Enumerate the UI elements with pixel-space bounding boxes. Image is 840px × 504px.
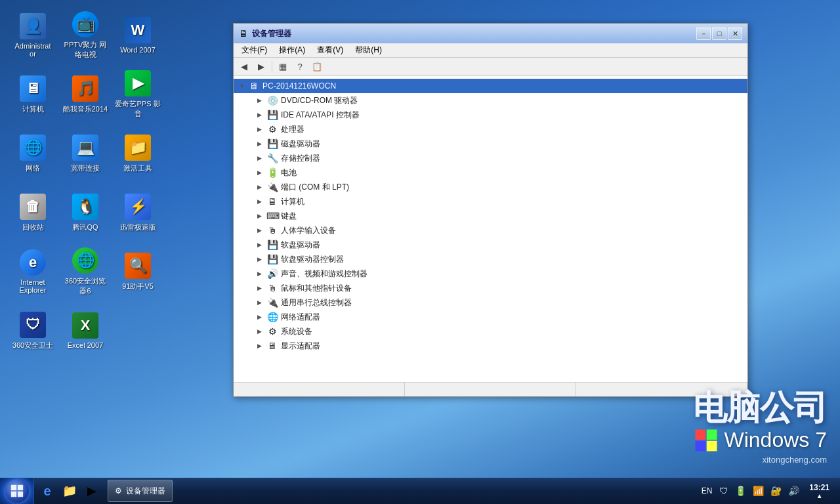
tree-item[interactable]: ▶ 💾 软盘驱动器控制器 <box>234 252 747 266</box>
window-content[interactable]: ▼ 🖥 PC-20141216WOCN ▶ 💿 DVD/CD-ROM 驱动器 ▶… <box>234 76 747 382</box>
toolbar-separator-1 <box>272 61 272 73</box>
qq-label: 腾讯QQ <box>72 222 98 232</box>
item-device-icon: ⚙ <box>266 124 278 135</box>
desktop-icon-pps[interactable]: ▶ 爱奇艺PPS 影音 <box>112 66 164 123</box>
item-label: 鼠标和其他指针设备 <box>281 283 352 294</box>
item-expand-arrow: ▶ <box>257 198 264 205</box>
svg-rect-0 <box>695 429 705 440</box>
desktop-icon-broadband[interactable]: 💻 宽带连接 <box>59 125 112 182</box>
tree-item[interactable]: ▶ 🖱 鼠标和其他指针设备 <box>234 281 747 295</box>
clock[interactable]: 13:21 ▲ <box>804 483 835 499</box>
item-device-icon: 💾 <box>266 254 278 264</box>
start-windows-icon <box>10 484 24 497</box>
tree-item[interactable]: ▶ 🔌 端口 (COM 和 LPT) <box>234 180 747 194</box>
svg-rect-6 <box>10 492 16 497</box>
desktop-icon-360browser[interactable]: 🌐 360安全浏览器6 <box>59 243 112 301</box>
svg-rect-4 <box>10 485 16 490</box>
item-device-icon: 💿 <box>266 95 278 106</box>
tree-item[interactable]: ▶ 💾 软盘驱动器 <box>234 238 747 252</box>
properties-button[interactable]: 📋 <box>309 60 325 74</box>
tree-item[interactable]: ▶ ⚙ 处理器 <box>234 122 747 136</box>
desktop-icon-91[interactable]: 🔍 91助手V5 <box>112 243 164 301</box>
tray-security-icon[interactable]: 🛡 <box>717 486 730 496</box>
back-button[interactable]: ◀ <box>236 60 252 74</box>
91-icon: 🔍 <box>125 253 151 279</box>
admin-icon: 👤 <box>20 13 46 39</box>
item-expand-arrow: ▶ <box>257 184 264 190</box>
menu-help[interactable]: 帮助(H) <box>350 43 387 57</box>
item-device-icon: ⌨ <box>266 211 278 221</box>
item-expand-arrow: ▶ <box>257 299 264 306</box>
tree-item[interactable]: ▶ 🖥 显示适配器 <box>234 339 747 353</box>
svg-rect-7 <box>17 492 22 497</box>
desktop-icon-music[interactable]: 🎵 酷我音乐2014 <box>59 66 112 123</box>
desktop-icon-qq[interactable]: 🐧 腾讯QQ <box>59 184 112 242</box>
desktop-icon-ie[interactable]: e Internet Explorer <box>7 243 59 301</box>
menu-action[interactable]: 操作(A) <box>274 43 310 57</box>
help-button[interactable]: ? <box>292 60 308 74</box>
maximize-button[interactable]: □ <box>712 27 726 40</box>
item-device-icon: 🔊 <box>266 268 278 279</box>
system-tray: EN 🛡 🔋 📶 🔐 🔊 13:21 ▲ <box>694 478 840 504</box>
menu-bar: 文件(F) 操作(A) 查看(V) 帮助(H) <box>234 43 747 58</box>
item-device-icon: 🌐 <box>266 312 278 322</box>
close-button[interactable]: ✕ <box>728 27 742 40</box>
device-manager-window: 🖥 设备管理器 － □ ✕ 文件(F) 操作(A) 查看(V) 帮助(H) ◀ … <box>233 23 748 397</box>
item-expand-arrow: ▶ <box>257 155 264 161</box>
360guard-icon: 🛡 <box>20 312 46 338</box>
computer-label: 计算机 <box>22 104 44 114</box>
tree-item[interactable]: ▶ 💿 DVD/CD-ROM 驱动器 <box>234 93 747 108</box>
taskbar-pinned-icons: e 📁 ▶ <box>34 478 105 504</box>
forward-button[interactable]: ▶ <box>253 60 269 74</box>
taskbar-active-window[interactable]: ⚙ 设备管理器 <box>108 480 173 502</box>
tree-item[interactable]: ▶ 🔌 通用串行总线控制器 <box>234 295 747 310</box>
minimize-button[interactable]: － <box>696 27 711 40</box>
tray-antivirus-icon[interactable]: 🔐 <box>768 486 784 496</box>
item-device-icon: 💾 <box>266 138 278 149</box>
language-indicator[interactable]: EN <box>699 486 715 495</box>
item-label: IDE ATA/ATAPI 控制器 <box>281 110 360 121</box>
start-button[interactable] <box>0 478 34 504</box>
tree-item[interactable]: ▶ 🔋 电池 <box>234 165 747 180</box>
tree-item[interactable]: ▶ ⚙ 系统设备 <box>234 324 747 339</box>
tree-item[interactable]: ▶ 💾 IDE ATA/ATAPI 控制器 <box>234 108 747 122</box>
thunder-icon: ⚡ <box>125 194 151 220</box>
desktop-icon-network[interactable]: 🌐 网络 <box>7 125 59 182</box>
tree-item[interactable]: ▶ 🔧 存储控制器 <box>234 151 747 165</box>
tray-network-icon[interactable]: 📶 <box>751 486 766 496</box>
desktop-icon-pptv[interactable]: 📺 PPTV聚力 网络电视 <box>59 7 112 64</box>
desktop-icon-computer[interactable]: 🖥 计算机 <box>7 66 59 123</box>
tray-volume-icon[interactable]: 🔊 <box>786 486 801 496</box>
desktop-icon-360guard[interactable]: 🛡 360安全卫士 <box>7 302 59 360</box>
windows-logo-icon <box>694 429 718 452</box>
desktop-icon-word[interactable]: W Word 2007 <box>112 7 164 64</box>
tree-root-node[interactable]: ▼ 🖥 PC-20141216WOCN <box>234 79 747 93</box>
desktop-icon-admin[interactable]: 👤 Administrat or <box>7 7 59 64</box>
tray-battery-icon[interactable]: 🔋 <box>733 486 748 496</box>
menu-view[interactable]: 查看(V) <box>312 43 348 57</box>
view-button[interactable]: ▦ <box>275 60 291 74</box>
taskbar-explorer-icon[interactable]: 📁 <box>59 480 80 501</box>
excel-icon: X <box>72 312 98 339</box>
taskbar-ie-icon[interactable]: e <box>37 480 58 501</box>
tree-item[interactable]: ▶ 🌐 网络适配器 <box>234 310 747 324</box>
item-device-icon: 🖱 <box>266 283 278 293</box>
watermark-company: 电脑公司 <box>693 385 827 431</box>
desktop-icon-recycle[interactable]: 🗑 回收站 <box>7 184 59 242</box>
tree-item[interactable]: ▶ 🔊 声音、视频和游戏控制器 <box>234 266 747 281</box>
item-label: 存储控制器 <box>281 153 320 164</box>
tree-item[interactable]: ▶ 💾 磁盘驱动器 <box>234 136 747 151</box>
item-label: 网络适配器 <box>281 312 320 323</box>
menu-file[interactable]: 文件(F) <box>236 43 272 57</box>
tree-item[interactable]: ▶ 🖱 人体学输入设备 <box>234 223 747 238</box>
recycle-icon: 🗑 <box>20 194 46 220</box>
360browser-label: 360安全浏览器6 <box>62 276 108 296</box>
desktop-icon-activate[interactable]: 📁 激活工具 <box>112 125 164 182</box>
taskbar-media-icon[interactable]: ▶ <box>81 480 102 501</box>
tree-item[interactable]: ▶ ⌨ 键盘 <box>234 209 747 223</box>
tree-items: ▶ 💿 DVD/CD-ROM 驱动器 ▶ 💾 IDE ATA/ATAPI 控制器… <box>234 93 747 353</box>
item-device-icon: 🔌 <box>266 182 278 192</box>
desktop-icon-excel[interactable]: X Excel 2007 <box>59 302 112 360</box>
desktop-icon-thunder[interactable]: ⚡ 迅雷极速版 <box>112 184 164 242</box>
tree-item[interactable]: ▶ 🖥 计算机 <box>234 194 747 209</box>
